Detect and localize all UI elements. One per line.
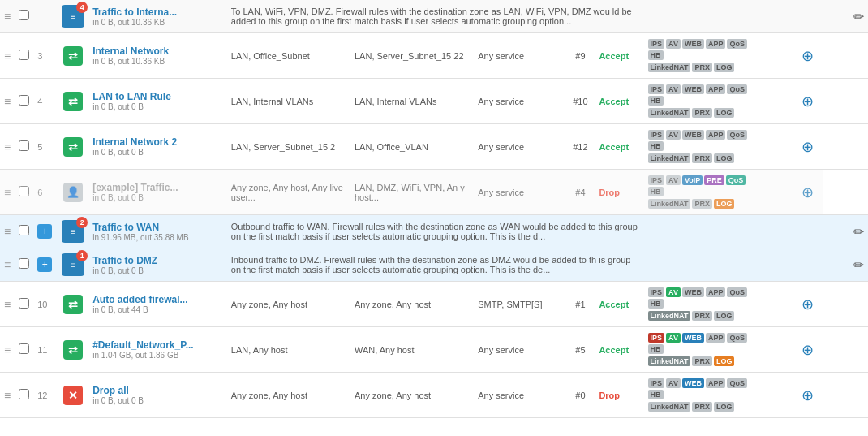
more-cell [833,0,844,33]
row-checkbox[interactable] [15,282,33,327]
row-checkbox[interactable] [15,124,33,170]
firewall-rules-table: ≡ ≡ 4 Traffic to Interna...in 0 B, out 1… [0,0,868,436]
rule-name-cell: Internal Networkin 0 B, out 10.36 KB [88,33,227,79]
drag-handle[interactable]: ≡ [0,215,15,248]
table-row: ≡12✕Drop allin 0 B, out 0 BAny zone, Any… [0,373,868,418]
table-row: ≡+ ≡ 2 Traffic to WANin 91.96 MB, out 35… [0,215,868,248]
rule-icon: ⇄ [58,124,88,170]
dest-col: WAN, Any host [350,327,474,373]
priority-col: #0 [565,373,595,418]
drag-handle[interactable]: ≡ [0,282,15,327]
row-num: 4 [33,79,58,124]
rule-name-link[interactable]: Drop all [92,385,129,396]
edit-cell [643,0,797,33]
rules-table: ≡ ≡ 4 Traffic to Interna...in 0 B, out 1… [0,0,868,418]
drag-handle[interactable]: ≡ [0,124,15,170]
rule-traffic: in 0 B, out 0 B [92,396,223,405]
row-checkbox[interactable] [15,170,33,215]
row-checkbox[interactable] [15,248,33,282]
rule-traffic: in 0 B, out 0 B [92,102,223,111]
source-col: Any zone, Any host [227,282,350,327]
rule-icon: 👤 [58,170,88,215]
more-button[interactable]: ⊕ [797,282,823,327]
row-checkbox[interactable] [15,215,33,248]
more-button[interactable]: ⊕ [797,79,823,124]
table-row: ≡4⇄LAN to LAN Rulein 0 B, out 0 BLAN, In… [0,79,868,124]
rule-icon: ⇄ [58,33,88,79]
row-num: 10 [33,282,58,327]
tags-cell [823,215,834,248]
tags-col: IPSAVWEBAPPQoSHBLinkedNATPRXLOG [643,33,797,79]
rule-name-link[interactable]: Auto added firewal... [92,294,187,305]
rule-icon: ≡ 1 [58,248,88,282]
priority-col: #4 [565,170,595,215]
rule-name-link[interactable]: #Default_Network_P... [92,339,194,351]
rule-traffic: in 0 B, out 0 B [92,193,223,202]
tags-cell [823,0,834,33]
rule-name-link[interactable]: Internal Network [92,45,169,57]
rule-name-link[interactable]: [example] Traffic... [92,182,178,193]
tags-cell [823,248,834,282]
drag-handle[interactable]: ≡ [0,248,15,282]
drag-handle[interactable]: ≡ [0,373,15,418]
rule-icon: ≡ 2 [58,215,88,248]
rule-description: To LAN, WiFi, VPN, DMZ. Firewall rules w… [227,0,643,33]
rule-name-cell: Auto added firewal...in 0 B, out 44 B [88,282,227,327]
rule-name-link[interactable]: Traffic to DMZ [92,255,157,266]
tags-col: IPSAVWEBAPPQoSHBLinkedNATPRXLOG [643,124,797,170]
source-col: LAN, Server_Subnet_15 2 [227,124,350,170]
more-button[interactable]: ⊕ [797,373,823,418]
dest-col: LAN, Office_VLAN [350,124,474,170]
service-col: Any service [474,170,565,215]
more-button[interactable]: ⊕ [797,124,823,170]
drag-handle[interactable]: ≡ [0,79,15,124]
drag-handle[interactable]: ≡ [0,33,15,79]
drag-handle[interactable]: ≡ [0,170,15,215]
row-num: 11 [33,327,58,373]
service-col: Any service [474,33,565,79]
drag-handle[interactable]: ≡ [0,0,15,33]
table-row: ≡5⇄Internal Network 2in 0 B, out 0 BLAN,… [0,124,868,170]
tags-col: IPSAVWEBAPPQoSHBLinkedNATPRXLOG [643,327,797,373]
rule-name-cell: Internal Network 2in 0 B, out 0 B [88,124,227,170]
service-col: Any service [474,79,565,124]
action-cell [797,0,823,33]
rule-traffic: in 0 B, out 10.36 KB [92,18,223,27]
edit-button[interactable]: ✏ [844,248,868,282]
expand-btn[interactable]: + [33,248,58,282]
rule-name-cell: Traffic to Interna...in 0 B, out 10.36 K… [88,0,227,33]
drag-handle[interactable]: ≡ [0,327,15,373]
more-button[interactable]: ⊕ [797,33,823,79]
rule-icon: ✕ [58,373,88,418]
rule-name-link[interactable]: Traffic to Interna... [92,6,177,18]
rule-name-cell: #Default_Network_P...in 1.04 GB, out 1.8… [88,327,227,373]
rule-traffic: in 1.04 GB, out 1.86 GB [92,351,223,360]
priority-col: #1 [565,282,595,327]
service-col: Any service [474,373,565,418]
action-cell [797,248,823,282]
more-button[interactable]: ⊕ [797,327,823,373]
row-checkbox[interactable] [15,79,33,124]
row-checkbox[interactable] [15,327,33,373]
edit-button[interactable]: ✏ [844,0,868,33]
tags-col: IPSAVWEBAPPQoSHBLinkedNATPRXLOG [643,79,797,124]
action-col: Drop [595,170,642,215]
row-checkbox[interactable] [15,33,33,79]
source-col: Any zone, Any host, Any live user... [227,170,350,215]
more-cell [833,215,844,248]
more-button[interactable]: ⊕ [797,170,823,215]
rule-name-link[interactable]: LAN to LAN Rule [92,91,171,102]
row-checkbox[interactable] [15,0,33,33]
rule-name-cell: Traffic to WANin 91.96 MB, out 35.88 MB [88,215,227,248]
source-col: LAN, Any host [227,327,350,373]
table-row: ≡6👤[example] Traffic...in 0 B, out 0 BAn… [0,170,868,215]
priority-col: #5 [565,327,595,373]
action-col: Accept [595,327,642,373]
edit-cell [643,215,797,248]
rule-name-link[interactable]: Internal Network 2 [92,136,177,148]
rule-name-link[interactable]: Traffic to WAN [92,222,159,233]
edit-button[interactable]: ✏ [844,215,868,248]
row-checkbox[interactable] [15,373,33,418]
dest-col: Any zone, Any host [350,282,474,327]
expand-btn[interactable]: + [33,215,58,248]
